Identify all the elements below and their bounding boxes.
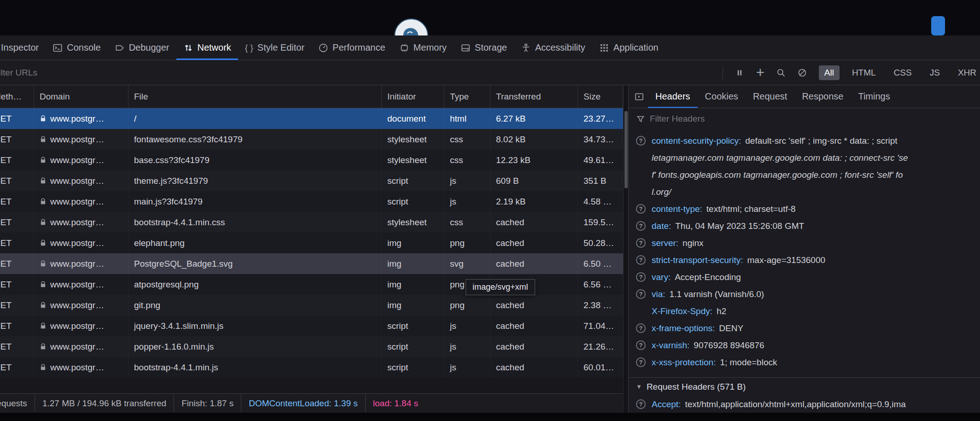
cell-domain: www.postgr… <box>34 274 128 295</box>
devtools-tab-storage[interactable]: Storage <box>454 35 514 60</box>
details-tab-response[interactable]: Response <box>794 85 851 108</box>
help-icon[interactable]: ? <box>636 340 646 350</box>
column-header-size[interactable]: Size <box>578 85 623 108</box>
domain-text: www.postgr… <box>50 238 104 248</box>
cell-domain: www.postgr… <box>34 253 128 274</box>
header-name[interactable]: date: <box>652 221 671 231</box>
filter-html-button[interactable]: HTML <box>846 65 881 80</box>
column-header-transferred[interactable]: Transferred <box>490 85 578 108</box>
request-headers-list: ?Accept:text/html,application/xhtml+xml,… <box>629 396 980 413</box>
column-header-meth[interactable]: Meth… <box>0 85 34 108</box>
cell-domain: www.postgr… <box>34 316 128 336</box>
column-header-type[interactable]: Type <box>444 85 490 108</box>
table-row[interactable]: GETwww.postgr…theme.js?3fc41979scriptjs6… <box>0 170 623 191</box>
header-name[interactable]: strict-transport-security: <box>652 255 743 265</box>
cell-file: PostgreSQL_Badge1.svg <box>128 253 382 274</box>
domain-text: www.postgr… <box>50 300 104 310</box>
details-panel: HeadersCookiesRequestResponseTimings Fil… <box>628 85 980 413</box>
request-filter-pills: AllHTMLCSSJSXHR <box>819 65 980 80</box>
details-tab-headers[interactable]: Headers <box>648 85 698 108</box>
help-icon[interactable]: ? <box>636 272 646 282</box>
pause-button[interactable] <box>735 68 744 77</box>
table-row[interactable]: GETwww.postgr…elephant.pngimgpngcached50… <box>0 233 623 253</box>
filter-xhr-button[interactable]: XHR <box>952 65 980 80</box>
header-name[interactable]: via: <box>652 289 665 299</box>
filter-urls-input[interactable]: Filter URLs <box>0 68 723 78</box>
cell-file: bootstrap-4.4.1.min.css <box>128 212 382 233</box>
table-row[interactable]: GETwww.postgr…bootstrap-4.4.1.min.jsscri… <box>0 357 623 378</box>
header-name[interactable]: x-varnish: <box>652 340 689 351</box>
header-value-cont: f' fonts.googleapis.com tagmanager.googl… <box>652 166 980 183</box>
header-name[interactable]: server: <box>652 238 678 248</box>
lock-icon <box>40 177 47 185</box>
details-tab-request[interactable]: Request <box>746 85 795 108</box>
table-row[interactable]: GETwww.postgr…/documenthtml6.27 kB23.27… <box>0 108 623 129</box>
header-value: h2 <box>717 306 726 316</box>
header-name[interactable]: content-type: <box>652 204 702 214</box>
devtools-tab-style-editor[interactable]: { }Style Editor <box>238 35 311 60</box>
scrollbar-thumb[interactable] <box>624 111 628 188</box>
header-name[interactable]: content-security-policy: <box>652 136 741 146</box>
vertical-scrollbar[interactable] <box>623 85 628 413</box>
filter-js-button[interactable]: JS <box>924 65 945 80</box>
help-icon[interactable]: ? <box>636 289 646 299</box>
add-request-button[interactable]: + <box>756 65 764 80</box>
devtools-tab-accessibility[interactable]: Accessibility <box>514 35 592 60</box>
header-line: ?Accept:text/html,application/xhtml+xml,… <box>636 396 980 413</box>
devtools-tab-application[interactable]: Application <box>592 35 665 60</box>
header-value: nginx <box>682 238 703 248</box>
filter-headers[interactable]: Filter Headers <box>629 108 980 129</box>
memory-icon <box>399 43 409 53</box>
header-name[interactable]: vary: <box>652 272 671 282</box>
help-icon[interactable]: ? <box>636 238 646 248</box>
block-request-button[interactable] <box>798 68 807 77</box>
devtools-tab-console[interactable]: Console <box>46 35 107 60</box>
details-tab-cookies[interactable]: Cookies <box>698 85 746 108</box>
help-icon[interactable]: ? <box>636 399 646 409</box>
details-tabs: HeadersCookiesRequestResponseTimings <box>629 85 980 108</box>
lock-icon <box>40 156 47 164</box>
help-icon[interactable]: ? <box>636 204 646 214</box>
split-panel-toggle-icon[interactable] <box>634 92 644 102</box>
table-row[interactable]: GETwww.postgr…git.pngimgpngcached2.38 … <box>0 295 623 316</box>
cell-type: png <box>444 295 490 316</box>
table-row[interactable]: GETwww.postgr…bootstrap-4.4.1.min.csssty… <box>0 212 623 233</box>
domain-text: www.postgr… <box>50 363 104 373</box>
help-icon[interactable]: ? <box>636 357 646 367</box>
header-name[interactable]: Accept: <box>652 399 681 409</box>
devtools-tab-debugger[interactable]: Debugger <box>108 35 176 60</box>
cell-transferred: cached <box>490 357 578 378</box>
header-name[interactable]: x-frame-options: <box>652 323 715 333</box>
tab-label: Network <box>198 42 231 53</box>
lock-icon <box>40 301 47 309</box>
column-header-domain[interactable]: Domain <box>34 85 128 108</box>
header-name[interactable]: x-xss-protection: <box>652 357 716 368</box>
help-icon[interactable]: ? <box>636 323 646 333</box>
column-header-file[interactable]: File <box>128 85 382 108</box>
lock-icon <box>40 281 47 288</box>
request-headers-section[interactable]: ▼ Request Headers (571 B) <box>629 377 980 396</box>
table-row[interactable]: GETwww.postgr…jquery-3.4.1.slim.min.jssc… <box>0 316 623 336</box>
header-name[interactable]: X-Firefox-Spdy: <box>652 306 712 316</box>
header-entry: ?content-security-policy:default-src 'se… <box>636 132 980 200</box>
filter-css-button[interactable]: CSS <box>888 65 917 80</box>
devtools-tab-performance[interactable]: Performance <box>311 35 392 60</box>
filter-all-button[interactable]: All <box>819 65 840 80</box>
tab-label: Application <box>613 42 659 53</box>
table-row[interactable]: GETwww.postgr…base.css?3fc41979styleshee… <box>0 150 623 170</box>
help-icon[interactable]: ? <box>636 221 646 231</box>
column-header-initiator[interactable]: Initiator <box>382 85 444 108</box>
cell-method: GET <box>0 336 34 357</box>
table-row[interactable]: GETwww.postgr…main.js?3fc41979scriptjs2.… <box>0 191 623 212</box>
table-row[interactable]: GETwww.postgr…fontawesome.css?3fc41979st… <box>0 129 623 150</box>
devtools-tab-memory[interactable]: Memory <box>392 35 454 60</box>
table-row[interactable]: GETwww.postgr…PostgreSQL_Badge1.svgimgsv… <box>0 253 623 274</box>
table-row[interactable]: GETwww.postgr…popper-1.16.0.min.jsscript… <box>0 336 623 357</box>
details-tab-timings[interactable]: Timings <box>851 85 897 108</box>
devtools-tab-network[interactable]: Network <box>176 35 238 60</box>
search-button[interactable] <box>776 68 786 77</box>
devtools-tab-inspector[interactable]: Inspector <box>0 35 46 60</box>
help-icon[interactable]: ? <box>636 136 646 146</box>
help-icon[interactable]: ? <box>636 255 646 265</box>
domain-text: www.postgr… <box>50 321 104 331</box>
